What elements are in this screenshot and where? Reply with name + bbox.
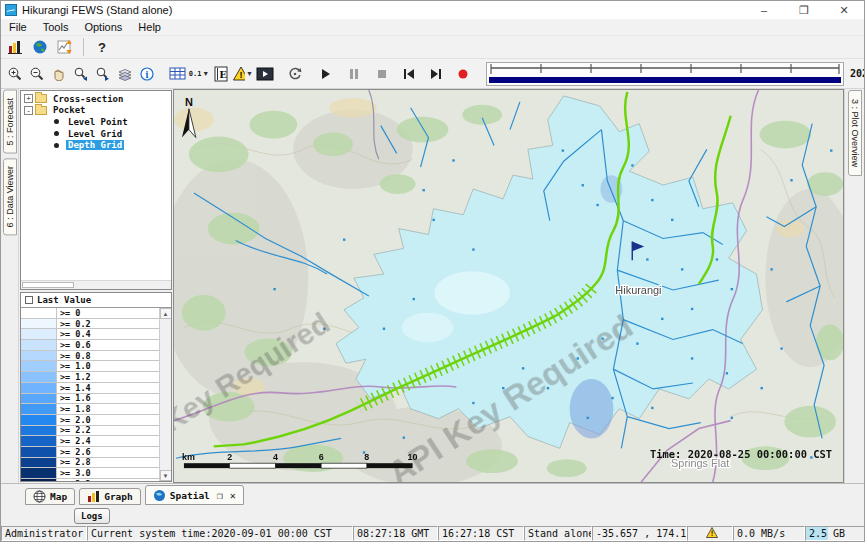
legend-row[interactable]: >= 1.0 (21, 361, 159, 372)
legend-color-swatch (21, 340, 57, 350)
legend-row[interactable]: >= 2.0 (21, 415, 159, 426)
menu-item[interactable]: Tools (35, 21, 77, 33)
svg-text:km: km (182, 452, 195, 462)
map-view[interactable]: API Key Required API Key Required Hikura… (173, 89, 844, 483)
legend-row[interactable]: >= 2.8 (21, 458, 159, 469)
close-button[interactable]: ✕ (824, 1, 864, 19)
pause-button[interactable] (343, 63, 365, 85)
left-side-tab[interactable]: 5 : Forecast (3, 90, 17, 154)
database-display-button[interactable] (4, 36, 26, 58)
svg-text:8: 8 (364, 452, 369, 462)
status-warning-icon[interactable]: ! (706, 527, 718, 540)
legend-color-swatch (21, 404, 57, 414)
legend-color-swatch (21, 468, 57, 478)
svg-text:i: i (145, 69, 149, 79)
timeseries-display-button[interactable] (54, 36, 76, 58)
globe-icon (153, 489, 166, 502)
zoom-previous-button[interactable] (70, 63, 92, 85)
record-button[interactable] (452, 63, 474, 85)
legend-row[interactable]: >= 1.2 (21, 372, 159, 383)
tree-expander-icon[interactable]: + (24, 94, 33, 103)
layers-button[interactable] (114, 63, 136, 85)
pan-button[interactable] (48, 63, 70, 85)
svg-text:4: 4 (273, 452, 278, 462)
zoom-in-button[interactable] (4, 63, 26, 85)
legend-row[interactable]: >= 1.4 (21, 383, 159, 394)
menu-item[interactable]: Help (130, 21, 169, 33)
tree-item[interactable]: Level Point (21, 116, 171, 128)
tab-maximize-icon[interactable]: ❐ (217, 490, 223, 501)
legend-row[interactable]: >= 3.0 (21, 468, 159, 479)
legend-color-swatch (21, 415, 57, 425)
legend-color-swatch (21, 426, 57, 436)
legend-row[interactable]: >= 2.6 (21, 447, 159, 458)
timeline-slider[interactable] (486, 62, 844, 86)
legend-row[interactable]: >= 1.8 (21, 404, 159, 415)
zoom-next-button[interactable] (92, 63, 114, 85)
movie-loop-button[interactable] (284, 63, 306, 85)
help-button[interactable]: ? (91, 36, 113, 58)
tree-expander-icon[interactable]: - (24, 106, 33, 115)
classbreaks-button[interactable]: 0.1 ▼ (188, 63, 210, 85)
window-title: Hikurangi FEWS (Stand alone) (22, 4, 172, 16)
status-cell: ! Stand alone (524, 526, 592, 541)
tree-item-icon (54, 131, 59, 136)
tree-horizontal-scrollbar[interactable] (21, 280, 171, 289)
movie-player-button[interactable] (254, 63, 276, 85)
legend-row[interactable]: >= 1.6 (21, 394, 159, 405)
warnings-button[interactable]: ! ▼ (232, 63, 254, 85)
info-button[interactable]: i (136, 63, 158, 85)
tree-item[interactable]: Depth Grid (21, 139, 171, 151)
legend-row[interactable]: >= 3.2 (21, 479, 159, 481)
tab-graph-label: Graph (104, 491, 133, 502)
menu-item[interactable]: Options (76, 21, 130, 33)
svg-text:2: 2 (227, 452, 232, 462)
scroll-down-icon[interactable]: ▼ (160, 470, 172, 481)
status-cell: ! 08:27:18 GMT (353, 526, 438, 541)
svg-text:N: N (185, 96, 193, 108)
legend-row[interactable]: >= 2.2 (21, 426, 159, 437)
left-side-tab[interactable]: 6 : Data Viewer (3, 158, 17, 235)
filter-tree: + Cross-section - Pocket (20, 90, 172, 290)
tab-graph[interactable]: Graph (79, 488, 141, 505)
play-button[interactable] (315, 63, 337, 85)
scroll-up-icon[interactable]: ▲ (160, 308, 172, 319)
legend-row[interactable]: >= 0.6 (21, 340, 159, 351)
tab-spatial[interactable]: Spatial ❐ ✕ (145, 485, 244, 505)
zoom-out-button[interactable] (26, 63, 48, 85)
tab-close-icon[interactable]: ✕ (230, 490, 236, 501)
scrollbar-thumb[interactable] (22, 282, 74, 288)
legend-color-swatch (21, 447, 57, 457)
legend-scrollbar[interactable]: ▲ ▼ (159, 308, 171, 481)
legend-row[interactable]: >= 0.8 (21, 351, 159, 362)
map-display-button[interactable] (29, 36, 51, 58)
legend-row-label: >= 0.8 (57, 351, 159, 361)
tab-map[interactable]: Map (25, 488, 75, 505)
tree-item[interactable]: - Pocket (21, 105, 171, 117)
minimize-button[interactable]: – (744, 1, 784, 19)
tree-item[interactable]: + Cross-section (21, 93, 171, 105)
tree-item[interactable]: Level Grid (21, 128, 171, 140)
legend-row[interactable]: >= 0.4 (21, 329, 159, 340)
legend-row-label: >= 0 (57, 308, 159, 318)
right-side-tab[interactable]: 3 : Plot Overview (848, 90, 862, 176)
app-icon (5, 4, 17, 16)
maximize-button[interactable]: ❐ (784, 1, 824, 19)
menu-item[interactable]: File (1, 21, 35, 33)
grid-display-button[interactable] (166, 63, 188, 85)
legend-color-swatch (21, 458, 57, 468)
first-frame-button[interactable] (398, 63, 420, 85)
legend-row[interactable]: >= 2.4 (21, 436, 159, 447)
place-label-hikurangi: Hikurangi (615, 284, 661, 296)
chevron-down-icon: ▼ (202, 70, 209, 77)
status-cell: ! (687, 526, 733, 541)
last-value-checkbox[interactable] (25, 296, 33, 304)
tree-item-label: Pocket (51, 105, 88, 115)
legend-row[interactable]: >= 0.2 (21, 319, 159, 330)
legend-row[interactable]: >= 0 (21, 308, 159, 319)
stop-button[interactable] (371, 63, 393, 85)
map-canvas[interactable]: API Key Required API Key Required Hikura… (174, 90, 843, 482)
logs-button[interactable]: Logs (74, 508, 110, 524)
last-frame-button[interactable] (424, 63, 446, 85)
scale-bar-button[interactable]: E (210, 63, 232, 85)
